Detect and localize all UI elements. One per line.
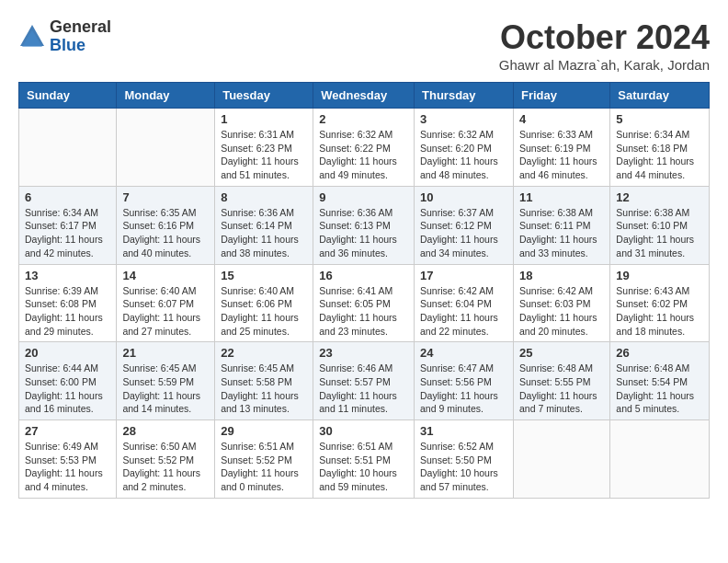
day-info: Sunrise: 6:42 AMSunset: 6:03 PMDaylight:…: [519, 284, 604, 339]
sunrise: Sunrise: 6:42 AM: [420, 285, 494, 296]
calendar-cell: 4Sunrise: 6:33 AMSunset: 6:19 PMDaylight…: [513, 109, 609, 187]
weekday-header-row: SundayMondayTuesdayWednesdayThursdayFrid…: [19, 83, 710, 109]
day-number: 8: [221, 190, 307, 204]
calendar-cell: 5Sunrise: 6:34 AMSunset: 6:18 PMDaylight…: [610, 109, 710, 187]
sunset: Sunset: 5:53 PM: [25, 454, 97, 465]
calendar-cell: 2Sunrise: 6:32 AMSunset: 6:22 PMDaylight…: [313, 109, 415, 187]
calendar-cell: [610, 420, 710, 499]
calendar-cell: 28Sunrise: 6:50 AMSunset: 5:52 PMDayligh…: [117, 420, 215, 499]
sunset: Sunset: 6:10 PM: [616, 220, 688, 231]
day-number: 30: [319, 424, 408, 438]
calendar-cell: 11Sunrise: 6:38 AMSunset: 6:11 PMDayligh…: [513, 186, 609, 264]
day-number: 3: [420, 112, 507, 126]
calendar-cell: 30Sunrise: 6:51 AMSunset: 5:51 PMDayligh…: [313, 420, 415, 499]
daylight: Daylight: 11 hours and 11 minutes.: [319, 390, 397, 415]
weekday-header: Thursday: [415, 83, 514, 109]
logo-blue: Blue: [50, 37, 111, 55]
sunset: Sunset: 5:58 PM: [221, 376, 292, 387]
day-number: 16: [319, 269, 408, 282]
day-info: Sunrise: 6:45 AMSunset: 5:58 PMDaylight:…: [221, 362, 307, 416]
weekday-header: Tuesday: [215, 83, 313, 109]
daylight: Daylight: 11 hours and 33 minutes.: [519, 234, 597, 259]
location: Ghawr al Mazra`ah, Karak, Jordan: [499, 57, 710, 73]
calendar-cell: 29Sunrise: 6:51 AMSunset: 5:52 PMDayligh…: [215, 420, 313, 499]
daylight: Daylight: 10 hours and 57 minutes.: [420, 467, 498, 492]
day-info: Sunrise: 6:52 AMSunset: 5:50 PMDaylight:…: [420, 440, 507, 494]
weekday-header: Friday: [513, 83, 609, 109]
daylight: Daylight: 11 hours and 29 minutes.: [25, 312, 103, 337]
calendar-cell: 13Sunrise: 6:39 AMSunset: 6:08 PMDayligh…: [19, 264, 117, 342]
day-info: Sunrise: 6:48 AMSunset: 5:55 PMDaylight:…: [519, 362, 604, 416]
day-number: 26: [616, 346, 703, 360]
daylight: Daylight: 11 hours and 7 minutes.: [519, 390, 597, 415]
day-info: Sunrise: 6:46 AMSunset: 5:57 PMDaylight:…: [319, 362, 408, 416]
daylight: Daylight: 11 hours and 36 minutes.: [319, 234, 397, 259]
daylight: Daylight: 11 hours and 42 minutes.: [25, 234, 103, 259]
daylight: Daylight: 11 hours and 16 minutes.: [25, 390, 103, 415]
sunset: Sunset: 6:14 PM: [221, 220, 292, 231]
calendar-cell: 18Sunrise: 6:42 AMSunset: 6:03 PMDayligh…: [513, 264, 609, 342]
day-number: 20: [25, 346, 110, 360]
title-area: October 2024 Ghawr al Mazra`ah, Karak, J…: [499, 18, 710, 73]
day-info: Sunrise: 6:34 AMSunset: 6:17 PMDaylight:…: [25, 206, 110, 260]
day-info: Sunrise: 6:31 AMSunset: 6:23 PMDaylight:…: [221, 128, 307, 182]
sunrise: Sunrise: 6:40 AM: [221, 285, 294, 296]
calendar-week-row: 1Sunrise: 6:31 AMSunset: 6:23 PMDaylight…: [19, 109, 710, 187]
sunset: Sunset: 6:23 PM: [221, 143, 292, 154]
day-number: 7: [122, 190, 209, 204]
daylight: Daylight: 11 hours and 40 minutes.: [122, 234, 200, 259]
calendar-cell: 26Sunrise: 6:48 AMSunset: 5:54 PMDayligh…: [610, 342, 710, 420]
sunrise: Sunrise: 6:43 AM: [616, 285, 689, 296]
day-number: 27: [25, 424, 110, 438]
calendar-week-row: 13Sunrise: 6:39 AMSunset: 6:08 PMDayligh…: [19, 264, 710, 342]
day-info: Sunrise: 6:47 AMSunset: 5:56 PMDaylight:…: [420, 362, 507, 416]
day-info: Sunrise: 6:51 AMSunset: 5:52 PMDaylight:…: [221, 440, 307, 494]
daylight: Daylight: 11 hours and 0 minutes.: [221, 467, 299, 492]
sunrise: Sunrise: 6:47 AM: [420, 362, 494, 373]
daylight: Daylight: 11 hours and 48 minutes.: [420, 155, 498, 180]
day-number: 25: [519, 346, 604, 360]
calendar-cell: [117, 109, 215, 187]
calendar-cell: 21Sunrise: 6:45 AMSunset: 5:59 PMDayligh…: [117, 342, 215, 420]
calendar-cell: 16Sunrise: 6:41 AMSunset: 6:05 PMDayligh…: [313, 264, 415, 342]
day-info: Sunrise: 6:49 AMSunset: 5:53 PMDaylight:…: [25, 440, 110, 494]
sunset: Sunset: 5:54 PM: [616, 376, 688, 387]
logo-general: General: [50, 18, 111, 37]
sunset: Sunset: 5:56 PM: [420, 376, 492, 387]
calendar-cell: 31Sunrise: 6:52 AMSunset: 5:50 PMDayligh…: [415, 420, 514, 499]
calendar-cell: 19Sunrise: 6:43 AMSunset: 6:02 PMDayligh…: [610, 264, 710, 342]
calendar-cell: 1Sunrise: 6:31 AMSunset: 6:23 PMDaylight…: [215, 109, 313, 187]
calendar-cell: 24Sunrise: 6:47 AMSunset: 5:56 PMDayligh…: [415, 342, 514, 420]
day-number: 14: [122, 269, 209, 282]
sunset: Sunset: 6:11 PM: [519, 220, 591, 231]
sunrise: Sunrise: 6:48 AM: [616, 362, 689, 373]
sunset: Sunset: 5:50 PM: [420, 454, 492, 465]
daylight: Daylight: 11 hours and 51 minutes.: [221, 155, 299, 180]
day-info: Sunrise: 6:45 AMSunset: 5:59 PMDaylight:…: [122, 362, 209, 416]
sunrise: Sunrise: 6:39 AM: [25, 285, 98, 296]
calendar-week-row: 20Sunrise: 6:44 AMSunset: 6:00 PMDayligh…: [19, 342, 710, 420]
weekday-header: Monday: [117, 83, 215, 109]
sunset: Sunset: 6:17 PM: [25, 220, 97, 231]
calendar-cell: [19, 109, 117, 187]
sunset: Sunset: 6:06 PM: [221, 298, 292, 309]
sunset: Sunset: 6:13 PM: [319, 220, 391, 231]
sunrise: Sunrise: 6:41 AM: [319, 285, 392, 296]
day-info: Sunrise: 6:42 AMSunset: 6:04 PMDaylight:…: [420, 284, 507, 339]
daylight: Daylight: 11 hours and 14 minutes.: [122, 390, 200, 415]
sunset: Sunset: 6:05 PM: [319, 298, 391, 309]
sunrise: Sunrise: 6:52 AM: [420, 441, 494, 452]
sunrise: Sunrise: 6:48 AM: [519, 362, 593, 373]
calendar-cell: 7Sunrise: 6:35 AMSunset: 6:16 PMDaylight…: [117, 186, 215, 264]
day-info: Sunrise: 6:37 AMSunset: 6:12 PMDaylight:…: [420, 206, 507, 260]
day-info: Sunrise: 6:41 AMSunset: 6:05 PMDaylight:…: [319, 284, 408, 339]
sunrise: Sunrise: 6:32 AM: [420, 129, 494, 140]
day-number: 5: [616, 112, 703, 126]
sunset: Sunset: 6:22 PM: [319, 143, 391, 154]
day-number: 22: [221, 346, 307, 360]
daylight: Daylight: 11 hours and 27 minutes.: [122, 312, 200, 337]
daylight: Daylight: 11 hours and 22 minutes.: [420, 312, 498, 337]
sunrise: Sunrise: 6:34 AM: [616, 129, 689, 140]
page-header: General Blue October 2024 Ghawr al Mazra…: [18, 18, 710, 73]
calendar-cell: 27Sunrise: 6:49 AMSunset: 5:53 PMDayligh…: [19, 420, 117, 499]
